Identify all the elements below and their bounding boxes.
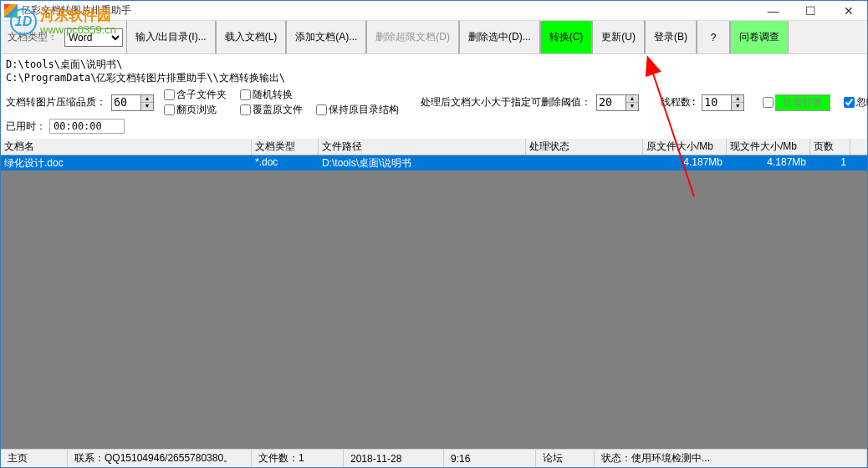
cell-name: 绿化设计.doc [1, 155, 252, 170]
threshold-label: 处理后文档大小大于指定可删除阈值： [421, 95, 591, 109]
add-doc-button[interactable]: 添加文档(A)... [286, 21, 366, 53]
status-time: 9:16 [444, 450, 536, 467]
threshold-input[interactable] [596, 94, 626, 111]
del-selected-button[interactable]: 删除选中(D)... [459, 21, 540, 53]
elapsed-label: 已用时： [6, 120, 46, 134]
cell-status [526, 155, 643, 170]
threads-down-icon[interactable]: ▼ [732, 103, 743, 110]
status-contact: 联系：QQ15104946/2655780380。 [68, 450, 252, 467]
table-row[interactable]: 绿化设计.doc *.doc D:\tools\桌面\说明书 4.187Mb 4… [1, 155, 867, 170]
status-forum[interactable]: 论坛 [536, 450, 595, 467]
threads-label: 线程数: [661, 95, 697, 109]
doc-type-select[interactable]: Word [64, 28, 123, 47]
load-doc-button[interactable]: 载入文档(L) [216, 21, 287, 53]
ignore-pagecode-checkbox[interactable] [844, 97, 855, 108]
doc-type-label: 文档类型： [1, 21, 61, 53]
io-dir-button[interactable]: 输入/出目录(I)... [126, 21, 216, 53]
convert-button[interactable]: 转换(C) [540, 21, 593, 53]
cell-path: D:\tools\桌面\说明书 [319, 155, 526, 170]
statusbar: 主页 联系：QQ15104946/2655780380。 文件数：1 2018-… [1, 449, 867, 467]
quality-up-icon[interactable]: ▲ [141, 95, 153, 103]
cell-type: *.doc [252, 155, 319, 170]
threads-input[interactable] [702, 94, 732, 111]
ignore-pagecode-label: 忽略页码 [856, 95, 868, 109]
col-header-type[interactable]: 文档类型 [252, 139, 319, 155]
batch-convert-button[interactable]: 批量转换 [775, 94, 830, 111]
status-date: 2018-11-28 [344, 450, 444, 467]
keepstructure-checkbox[interactable] [316, 104, 327, 115]
quality-down-icon[interactable]: ▼ [141, 103, 153, 110]
status-home[interactable]: 主页 [1, 450, 68, 467]
del-over-button[interactable]: 删除超限文档(D) [366, 21, 459, 53]
threads-up-icon[interactable]: ▲ [732, 95, 743, 103]
quality-spinner[interactable]: ▲ ▼ [141, 94, 154, 111]
toolbar: 文档类型： Word 输入/出目录(I)... 载入文档(L) 添加文档(A).… [1, 21, 867, 54]
col-header-name[interactable]: 文档名 [1, 139, 252, 155]
window-title: 亿彩文档转图片排重助手 [21, 3, 131, 18]
col-header-status[interactable]: 处理状态 [526, 139, 643, 155]
subfolders-checkbox[interactable] [164, 89, 175, 100]
overwrite-checkbox[interactable] [240, 104, 251, 115]
login-button[interactable]: 登录(B) [645, 21, 697, 53]
random-label: 随机转换 [253, 88, 293, 102]
flip-checkbox[interactable] [164, 104, 175, 115]
threshold-up-icon[interactable]: ▲ [626, 95, 638, 103]
batch-checkbox[interactable] [763, 97, 774, 108]
input-path: D:\tools\桌面\说明书\ [6, 58, 862, 71]
threshold-spinner[interactable]: ▲ ▼ [626, 94, 639, 111]
cell-origsize: 4.187Mb [643, 155, 727, 170]
maximize-button[interactable]: ☐ [792, 1, 830, 21]
random-checkbox[interactable] [240, 89, 251, 100]
col-header-newsize[interactable]: 现文件大小/Mb [727, 139, 810, 155]
col-header-path[interactable]: 文件路径 [319, 139, 526, 155]
close-button[interactable]: ✕ [830, 1, 867, 21]
keepstructure-label: 保持原目录结构 [329, 103, 399, 117]
flip-label: 翻页浏览 [176, 103, 217, 117]
quality-input[interactable] [111, 94, 141, 111]
threshold-down-icon[interactable]: ▼ [626, 103, 638, 110]
titlebar: 亿彩文档转图片排重助手 — ☐ ✕ [1, 1, 867, 21]
status-message: 状态：使用环境检测中... [595, 450, 867, 467]
col-header-origsize[interactable]: 原文件大小/Mb [643, 139, 727, 155]
status-filecount: 文件数：1 [252, 450, 344, 467]
elapsed-value: 00:00:00 [49, 119, 125, 134]
file-table: 文档名 文档类型 文件路径 处理状态 原文件大小/Mb 现文件大小/Mb 页数 … [1, 139, 867, 449]
minimize-button[interactable]: — [754, 1, 792, 21]
survey-button[interactable]: 问卷调查 [730, 21, 789, 53]
col-header-pages[interactable]: 页数 [810, 139, 850, 155]
app-icon [4, 4, 18, 18]
threads-spinner[interactable]: ▲ ▼ [732, 94, 744, 111]
update-button[interactable]: 更新(U) [592, 21, 645, 53]
quality-label: 文档转图片压缩品质： [6, 95, 106, 109]
help-button[interactable]: ? [697, 21, 730, 53]
output-path: C:\ProgramData\亿彩文档转图片排重助手\\文档转换输出\ [6, 71, 862, 84]
cell-pages: 1 [810, 155, 850, 170]
cell-newsize: 4.187Mb [727, 155, 810, 170]
overwrite-label: 覆盖原文件 [253, 103, 303, 117]
subfolders-label: 含子文件夹 [176, 88, 227, 102]
